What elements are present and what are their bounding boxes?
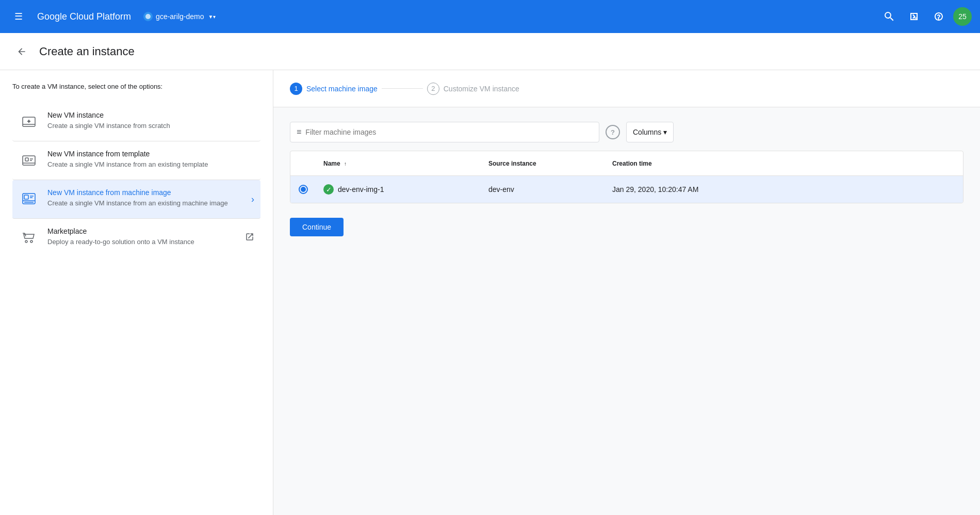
topnav-icons: 25 xyxy=(879,6,972,27)
svg-line-20 xyxy=(25,233,26,236)
columns-label: Columns xyxy=(633,128,661,136)
svg-point-18 xyxy=(30,240,32,243)
vm-template-icon xyxy=(19,151,39,171)
svg-point-1 xyxy=(145,14,151,19)
step-divider xyxy=(382,88,423,89)
columns-chevron-icon: ▾ xyxy=(663,128,667,136)
col-created: Creation time xyxy=(612,160,955,167)
checkmark-icon: ✓ xyxy=(326,186,332,194)
step-2-label: Customize VM instance xyxy=(444,85,519,93)
filter-icon: ≡ xyxy=(297,127,301,137)
filter-input[interactable] xyxy=(305,128,593,136)
continue-button[interactable]: Continue xyxy=(290,218,344,236)
wizard-stepper: 1 Select machine image 2 Customize VM in… xyxy=(273,70,980,107)
radio-button[interactable] xyxy=(299,185,308,194)
vm-template-content: New VM instance from template Create a s… xyxy=(47,150,254,169)
help-icon xyxy=(934,11,944,22)
image-name: dev-env-img-1 xyxy=(338,185,384,194)
marketplace-content: Marketplace Deploy a ready-to-go solutio… xyxy=(47,227,237,247)
marketplace-icon xyxy=(19,228,39,249)
page-header: Create an instance xyxy=(0,33,980,70)
sidebar-item-new-vm[interactable]: New VM instance Create a single VM insta… xyxy=(12,103,260,141)
sidebar: To create a VM instance, select one of t… xyxy=(0,70,273,515)
step-1-num: 1 xyxy=(290,83,302,95)
search-button[interactable] xyxy=(879,6,900,27)
step-1-label: Select machine image xyxy=(306,85,378,93)
radio-inner xyxy=(301,187,306,192)
filter-bar: ≡ ? Columns ▾ xyxy=(290,122,963,142)
vm-machine-icon xyxy=(19,189,39,210)
new-vm-content: New VM instance Create a single VM insta… xyxy=(47,111,254,131)
step-2: 2 Customize VM instance xyxy=(427,83,519,95)
back-arrow-icon xyxy=(17,46,27,57)
step-1: 1 Select machine image xyxy=(290,83,378,95)
vm-machine-arrow-icon: › xyxy=(251,194,254,205)
vm-machine-desc: Create a single VM instance from an exis… xyxy=(47,199,243,208)
machine-images-table: Name ↑ Source instance Creation time xyxy=(290,151,963,203)
vm-template-title: New VM instance from template xyxy=(47,150,254,158)
svg-point-17 xyxy=(25,240,27,243)
vm-machine-title: New VM instance from machine image xyxy=(47,188,243,197)
right-panel: 1 Select machine image 2 Customize VM in… xyxy=(273,70,980,515)
app-logo: Google Cloud Platform xyxy=(37,11,131,22)
vm-machine-content: New VM instance from machine image Creat… xyxy=(47,188,243,208)
status-ready-icon: ✓ xyxy=(323,184,334,195)
sidebar-item-marketplace[interactable]: Marketplace Deploy a ready-to-go solutio… xyxy=(12,219,260,257)
terminal-icon xyxy=(909,11,919,22)
new-vm-desc: Create a single VM instance from scratch xyxy=(47,121,254,131)
marketplace-link-icon xyxy=(245,232,254,244)
new-vm-icon xyxy=(19,112,39,133)
cloud-shell-button[interactable] xyxy=(904,6,924,27)
topnav: Google Cloud Platform gce-arilg-demo ▾ 2… xyxy=(0,0,980,33)
marketplace-desc: Deploy a ready-to-go solution onto a VM … xyxy=(47,237,237,247)
new-vm-title: New VM instance xyxy=(47,111,254,119)
search-icon xyxy=(884,11,894,22)
sort-asc-icon: ↑ xyxy=(344,161,347,167)
table-header: Name ↑ Source instance Creation time xyxy=(290,151,963,176)
help-button[interactable] xyxy=(928,6,949,27)
sidebar-intro: To create a VM instance, select one of t… xyxy=(12,83,260,90)
row-name-cell: ✓ dev-env-img-1 xyxy=(323,184,488,195)
hamburger-icon xyxy=(14,11,23,22)
row-radio-cell xyxy=(299,185,323,194)
project-dot-icon xyxy=(143,12,153,21)
marketplace-title: Marketplace xyxy=(47,227,237,235)
vm-template-desc: Create a single VM instance from an exis… xyxy=(47,160,254,169)
row-source-cell: dev-env xyxy=(488,185,612,194)
sidebar-item-vm-template[interactable]: New VM instance from template Create a s… xyxy=(12,141,260,180)
svg-rect-6 xyxy=(23,156,35,165)
row-created-cell: Jan 29, 2020, 10:20:47 AM xyxy=(612,185,955,194)
step-2-num: 2 xyxy=(427,83,439,95)
content-area: ≡ ? Columns ▾ Name ↑ So xyxy=(273,107,980,251)
sidebar-item-vm-machine[interactable]: New VM instance from machine image Creat… xyxy=(12,180,260,219)
help-circle-icon[interactable]: ? xyxy=(606,125,620,139)
page-title: Create an instance xyxy=(39,45,135,58)
filter-input-wrap[interactable]: ≡ xyxy=(290,122,599,142)
svg-rect-8 xyxy=(25,158,28,161)
project-selector[interactable]: gce-arilg-demo ▾ xyxy=(143,12,216,21)
user-avatar[interactable]: 25 xyxy=(953,7,972,26)
chevron-down-icon: ▾ xyxy=(208,14,216,20)
svg-rect-13 xyxy=(24,195,28,199)
table-row[interactable]: ✓ dev-env-img-1 dev-env Jan 29, 2020, 10… xyxy=(290,176,963,203)
col-name[interactable]: Name ↑ xyxy=(323,160,488,167)
col-source: Source instance xyxy=(488,160,612,167)
menu-button[interactable] xyxy=(8,6,29,27)
project-name: gce-arilg-demo xyxy=(156,12,204,21)
columns-button[interactable]: Columns ▾ xyxy=(626,122,674,142)
main-layout: To create a VM instance, select one of t… xyxy=(0,70,980,515)
back-button[interactable] xyxy=(12,42,31,61)
